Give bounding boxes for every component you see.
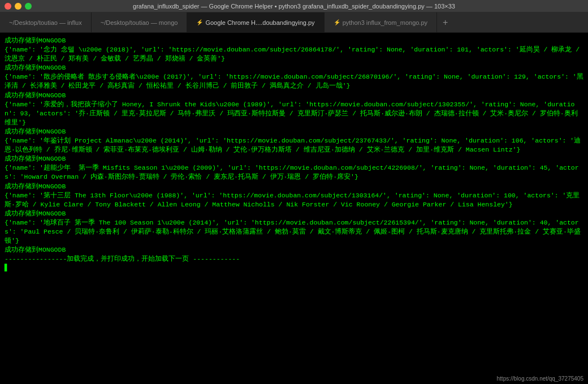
tab-chrome-label: Google Chrome H....doubandingying.py (205, 19, 314, 26)
title-bar: grafana_influxdb_spider — Google Chrome … (0, 0, 588, 12)
tab-python-label: python3 influx_from_mongo.py (343, 19, 427, 26)
tab-python[interactable]: ⚡ python3 influx_from_mongo.py (325, 12, 437, 32)
terminal-line-14: 成功存储到MONGODB (5, 245, 583, 254)
tab-influx[interactable]: ~/Desktop/toutiao — influx (0, 12, 92, 32)
minimize-button[interactable] (15, 3, 21, 10)
tab-chrome[interactable]: ⚡ Google Chrome H....doubandingying.py (187, 12, 324, 32)
terminal-line-6: 成功存储到MONGODB (5, 127, 583, 136)
terminal-line-13: {'name': '地球百子 第一季 The 100 Season 1\u200… (5, 218, 583, 245)
tab-mongo-label: ~/Desktop/toutiao — mongo (101, 19, 178, 26)
terminal-line-0: 成功存储到MONGODB (5, 36, 583, 45)
terminal-line-16: ▋ (5, 264, 583, 273)
url-status: https://blog.csdn.net/qq_37275405 (497, 376, 583, 382)
terminal-line-8: 成功存储到MONGODB (5, 154, 583, 163)
new-tab-button[interactable]: + (437, 12, 453, 32)
tab-mongo[interactable]: ~/Desktop/toutiao — mongo (92, 12, 188, 32)
terminal-output: 成功存储到MONGODB{'name': '念力 念텔 \u200e (2018… (0, 33, 588, 384)
terminal-line-5: {'name': '亲爱的，我把孩子缩小了 Honey, I Shrunk th… (5, 100, 583, 127)
terminal-line-11: {'name': '第十三层 The 13th Floor\u200e (198… (5, 191, 583, 209)
terminal-line-15: ----------------加载完成，并打印成功，开始加载下一页 -----… (5, 254, 583, 264)
terminal-line-9: {'name': '超能少年 第一季 Misfits Season 1\u200… (5, 163, 583, 182)
tab-bar: ~/Desktop/toutiao — influx ~/Desktop/tou… (0, 12, 588, 33)
tab-chrome-icon: ⚡ (196, 19, 203, 25)
maximize-button[interactable] (25, 3, 32, 10)
tab-python-icon: ⚡ (334, 19, 340, 25)
terminal-line-12: 成功存储到MONGODB (5, 209, 583, 218)
close-button[interactable] (5, 3, 11, 10)
terminal-line-10: 成功存储到MONGODB (5, 182, 583, 191)
window-controls (5, 3, 32, 10)
tab-influx-label: ~/Desktop/toutiao — influx (9, 19, 82, 26)
terminal-line-4: 成功存储到MONGODB (5, 91, 583, 100)
terminal-line-2: 成功存储到MONGODB (5, 63, 583, 72)
terminal-line-7: {'name': '年鉴计划 Project Almanac\u200e (20… (5, 136, 583, 154)
terminal-line-1: {'name': '念力 念텔 \u200e (2018)', 'url': '… (5, 45, 583, 63)
terminal-line-3: {'name': '散步的侵略者 散歩する侵略者\u200e (2017)', … (5, 72, 583, 90)
window-title: grafana_influxdb_spider — Google Chrome … (133, 3, 455, 10)
